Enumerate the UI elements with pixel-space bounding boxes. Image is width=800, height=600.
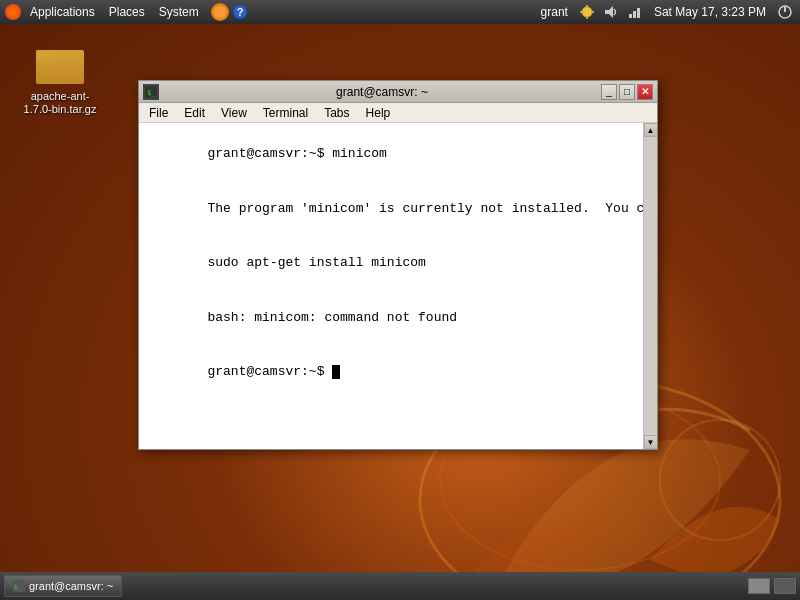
term-icon-svg: $_ [145, 86, 157, 98]
terminal-line-3: sudo apt-get install minicom [207, 255, 425, 270]
terminal-menubar: File Edit View Terminal Tabs Help [139, 103, 657, 123]
terminal-cursor [332, 365, 340, 379]
power-svg [777, 4, 793, 20]
maximize-button[interactable]: □ [619, 84, 635, 100]
network-svg [627, 4, 643, 20]
bottom-panel: $_ grant@camsvr: ~ [0, 572, 800, 600]
svg-rect-11 [629, 14, 632, 18]
folder-icon-shape [36, 44, 84, 84]
terminal-scrollbar[interactable]: ▲ ▼ [643, 123, 657, 449]
terminal-text[interactable]: grant@camsvr:~$ minicom The program 'min… [139, 123, 643, 449]
terminal-window-icon: $_ [143, 84, 159, 100]
svg-marker-10 [605, 6, 613, 18]
svg-point-5 [582, 7, 592, 17]
help-icon[interactable]: ? [231, 3, 249, 21]
ubuntu-logo-icon[interactable] [4, 3, 22, 21]
svg-text:?: ? [236, 6, 243, 18]
desktop: Applications Places System ? grant [0, 0, 800, 600]
network-icon[interactable] [626, 3, 644, 21]
terminal-line-4: bash: minicom: command not found [207, 310, 457, 325]
system-menu[interactable]: System [153, 3, 205, 21]
panel-left: Applications Places System ? [0, 3, 249, 21]
menu-view[interactable]: View [213, 104, 255, 122]
speaker-svg [603, 4, 619, 20]
terminal-titlebar[interactable]: $_ grant@camsvr: ~ _ □ ✕ [139, 81, 657, 103]
workspace-2[interactable] [774, 578, 796, 594]
scrollbar-down[interactable]: ▼ [644, 435, 658, 449]
power-icon[interactable] [776, 3, 794, 21]
window-controls: _ □ ✕ [601, 84, 653, 100]
terminal-prompt: grant@camsvr:~$ [207, 364, 332, 379]
terminal-line-1: grant@camsvr:~$ minicom [207, 146, 386, 161]
top-panel: Applications Places System ? grant [0, 0, 800, 24]
minimize-button[interactable]: _ [601, 84, 617, 100]
workspace-1[interactable] [748, 578, 770, 594]
taskbar-btn-label: grant@camsvr: ~ [29, 580, 113, 592]
ubuntu-logo [5, 4, 21, 20]
svg-rect-12 [633, 11, 636, 18]
terminal-line-2: The program 'minicom' is currently not i… [207, 201, 643, 216]
menu-help[interactable]: Help [358, 104, 399, 122]
firefox-icon[interactable] [211, 3, 229, 21]
applications-menu[interactable]: Applications [24, 3, 101, 21]
firefox-logo [211, 3, 229, 21]
datetime-display: Sat May 17, 3:23 PM [650, 3, 770, 21]
help-svg: ? [232, 4, 248, 20]
terminal-window: $_ grant@camsvr: ~ _ □ ✕ File Edit View … [138, 80, 658, 450]
terminal-title-text: grant@camsvr: ~ [163, 85, 601, 99]
menu-file[interactable]: File [141, 104, 176, 122]
desktop-icon-label: apache-ant-1.7.0-bin.tar.gz [20, 90, 100, 116]
svg-text:$_: $_ [14, 583, 22, 591]
terminal-content: grant@camsvr:~$ minicom The program 'min… [139, 123, 657, 449]
menu-terminal[interactable]: Terminal [255, 104, 316, 122]
menu-tabs[interactable]: Tabs [316, 104, 357, 122]
taskbar-terminal-btn[interactable]: $_ grant@camsvr: ~ [4, 575, 122, 597]
scrollbar-track[interactable] [644, 137, 658, 435]
file-icon [36, 40, 84, 88]
svg-text:$_: $_ [147, 89, 156, 97]
close-button[interactable]: ✕ [637, 84, 653, 100]
username-display: grant [537, 3, 572, 21]
menu-edit[interactable]: Edit [176, 104, 213, 122]
taskbar-term-icon: $_ [13, 580, 25, 592]
scrollbar-up[interactable]: ▲ [644, 123, 658, 137]
notifications-icon[interactable] [578, 3, 596, 21]
desktop-icon-apache-ant[interactable]: apache-ant-1.7.0-bin.tar.gz [20, 40, 100, 116]
sun-icon [579, 4, 595, 20]
places-menu[interactable]: Places [103, 3, 151, 21]
panel-right: grant [537, 3, 800, 21]
volume-icon[interactable] [602, 3, 620, 21]
svg-rect-13 [637, 8, 640, 18]
taskbar-right [748, 578, 796, 594]
